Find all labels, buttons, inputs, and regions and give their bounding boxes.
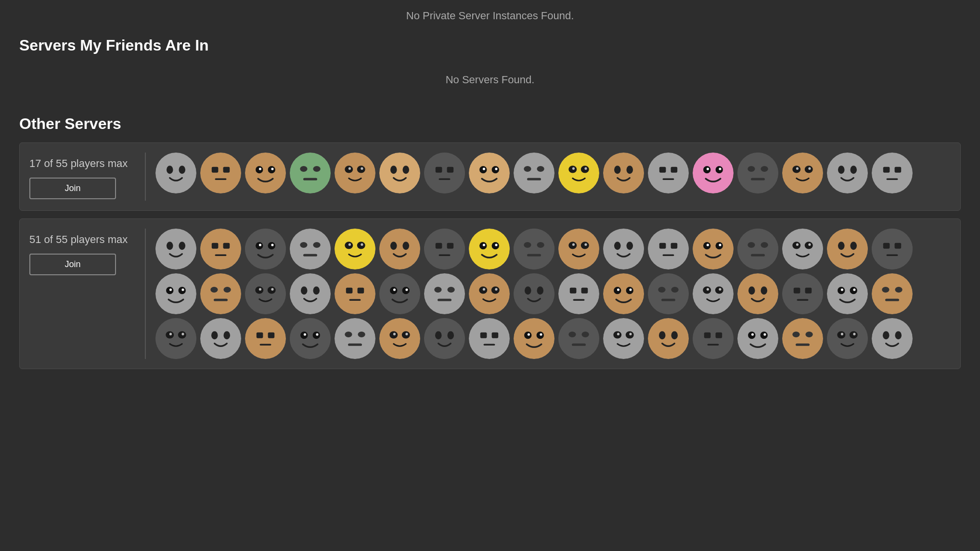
server-card-1: 17 of 55 players max Join bbox=[19, 142, 961, 211]
player-avatar bbox=[648, 318, 689, 359]
svg-point-259 bbox=[805, 332, 812, 337]
svg-point-247 bbox=[659, 331, 666, 339]
player-avatar bbox=[245, 153, 286, 193]
player-avatar bbox=[648, 273, 689, 314]
svg-point-137 bbox=[200, 273, 241, 314]
svg-point-148 bbox=[313, 286, 320, 295]
svg-point-184 bbox=[707, 288, 709, 291]
svg-rect-44 bbox=[659, 167, 666, 173]
svg-point-108 bbox=[626, 242, 633, 250]
svg-point-189 bbox=[782, 273, 823, 314]
player-avatar bbox=[693, 229, 734, 269]
friends-section-title: Servers My Friends Are In bbox=[19, 37, 961, 54]
svg-point-205 bbox=[181, 333, 184, 335]
svg-point-252 bbox=[737, 318, 778, 359]
player-avatar bbox=[827, 273, 868, 314]
svg-point-43 bbox=[648, 153, 689, 193]
svg-rect-45 bbox=[671, 167, 678, 173]
svg-point-10 bbox=[271, 167, 273, 170]
server-info-2: 51 of 55 players max Join bbox=[29, 229, 135, 275]
svg-point-267 bbox=[883, 331, 890, 339]
svg-rect-111 bbox=[671, 243, 678, 249]
player-avatar bbox=[245, 318, 286, 359]
svg-point-226 bbox=[424, 318, 465, 359]
svg-point-126 bbox=[827, 229, 868, 269]
svg-point-117 bbox=[737, 229, 778, 269]
svg-point-107 bbox=[614, 242, 621, 250]
player-avatar bbox=[827, 229, 868, 269]
player-avatar bbox=[469, 153, 510, 193]
svg-point-197 bbox=[872, 273, 913, 314]
svg-point-0 bbox=[155, 153, 196, 193]
svg-point-138 bbox=[210, 287, 218, 293]
player-avatar bbox=[558, 229, 599, 269]
svg-point-218 bbox=[345, 332, 352, 337]
svg-point-60 bbox=[827, 153, 868, 193]
svg-point-236 bbox=[540, 333, 542, 335]
svg-point-208 bbox=[223, 331, 230, 339]
player-avatar bbox=[693, 273, 734, 314]
svg-rect-100 bbox=[527, 254, 541, 256]
svg-point-161 bbox=[469, 273, 510, 314]
svg-point-201 bbox=[155, 318, 196, 359]
svg-point-42 bbox=[626, 166, 633, 174]
svg-point-228 bbox=[447, 331, 454, 339]
svg-point-33 bbox=[537, 166, 544, 172]
divider-2 bbox=[145, 229, 146, 359]
svg-point-115 bbox=[707, 243, 709, 246]
divider-1 bbox=[145, 153, 146, 201]
svg-point-169 bbox=[558, 273, 599, 314]
svg-rect-151 bbox=[358, 288, 364, 294]
svg-point-136 bbox=[181, 288, 184, 291]
svg-point-52 bbox=[748, 166, 755, 172]
player-avatar bbox=[782, 229, 823, 269]
svg-rect-250 bbox=[704, 333, 711, 338]
player-avatar bbox=[648, 153, 689, 193]
svg-rect-211 bbox=[268, 333, 275, 338]
other-servers-title: Other Servers bbox=[19, 115, 961, 133]
svg-point-68 bbox=[179, 242, 185, 250]
svg-point-72 bbox=[245, 229, 286, 269]
svg-point-26 bbox=[469, 153, 510, 193]
svg-point-59 bbox=[808, 167, 811, 170]
svg-rect-54 bbox=[751, 178, 765, 180]
server-card-2: 51 of 55 players max Join bbox=[19, 218, 961, 369]
svg-point-38 bbox=[572, 167, 575, 170]
svg-point-265 bbox=[853, 333, 855, 335]
svg-point-248 bbox=[671, 331, 678, 339]
player-avatar bbox=[872, 273, 913, 314]
svg-point-58 bbox=[796, 167, 799, 170]
svg-point-215 bbox=[304, 333, 306, 335]
svg-rect-191 bbox=[805, 288, 812, 294]
player-avatar bbox=[469, 229, 510, 269]
player-avatar bbox=[290, 273, 331, 314]
svg-point-125 bbox=[808, 243, 811, 246]
join-button-1[interactable]: Join bbox=[29, 178, 116, 199]
svg-point-261 bbox=[827, 318, 868, 359]
svg-point-66 bbox=[155, 229, 196, 269]
svg-point-172 bbox=[603, 273, 644, 314]
svg-point-156 bbox=[405, 288, 408, 291]
player-avatar bbox=[737, 153, 778, 193]
svg-point-124 bbox=[796, 243, 799, 246]
svg-point-9 bbox=[259, 167, 261, 170]
svg-point-177 bbox=[648, 273, 689, 314]
player-avatar bbox=[379, 273, 420, 314]
svg-point-139 bbox=[223, 287, 231, 293]
svg-point-13 bbox=[313, 166, 320, 172]
player-avatar bbox=[155, 318, 196, 359]
svg-point-76 bbox=[271, 243, 273, 246]
svg-point-104 bbox=[572, 243, 575, 246]
svg-rect-110 bbox=[659, 243, 666, 249]
player-avatar bbox=[155, 153, 196, 193]
svg-point-257 bbox=[782, 318, 823, 359]
player-avatar bbox=[603, 318, 644, 359]
svg-rect-25 bbox=[447, 167, 454, 173]
svg-point-18 bbox=[348, 167, 351, 170]
join-button-2[interactable]: Join bbox=[29, 254, 116, 275]
svg-point-199 bbox=[895, 287, 902, 293]
svg-point-178 bbox=[658, 287, 665, 293]
svg-point-88 bbox=[402, 242, 409, 250]
player-avatar bbox=[872, 153, 913, 193]
svg-point-168 bbox=[537, 286, 543, 295]
